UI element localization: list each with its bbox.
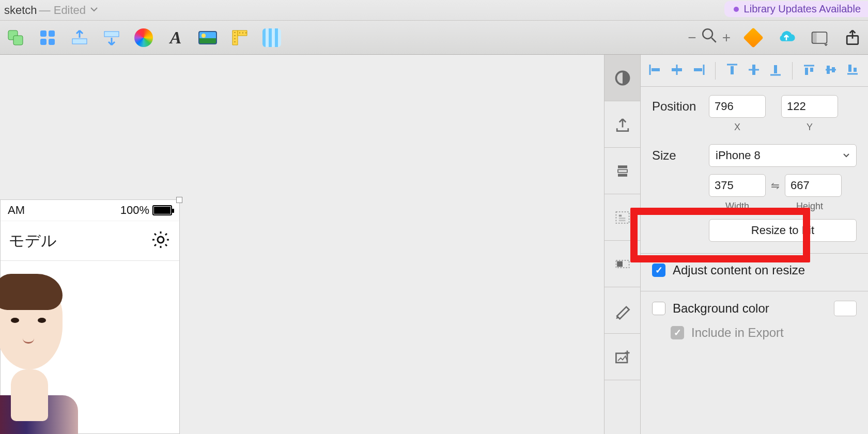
- main-toolbar: A − +: [0, 21, 868, 55]
- include-in-export-checkbox[interactable]: [671, 326, 684, 339]
- align-left-icon[interactable]: [648, 63, 662, 79]
- mock-status-bar: AM 100%: [1, 200, 179, 221]
- svg-rect-25: [672, 68, 682, 71]
- svg-rect-3: [49, 30, 55, 37]
- chevron-down-icon: [843, 149, 850, 162]
- size-section: Size iPhone 8 ⇋ WidthHeight Resize to Fi…: [641, 136, 868, 249]
- color-picker-icon[interactable]: [133, 27, 154, 48]
- document-edited-indicator: — Edited: [39, 4, 86, 17]
- svg-rect-20: [618, 220, 625, 221]
- size-label: Size: [652, 148, 709, 163]
- svg-rect-31: [810, 68, 813, 72]
- y-sublabel: Y: [781, 122, 838, 133]
- mock-nav-bar: モデル: [1, 221, 179, 261]
- include-in-export-label: Include in Export: [691, 326, 784, 340]
- x-sublabel: X: [709, 122, 766, 133]
- svg-rect-24: [652, 68, 660, 71]
- svg-rect-26: [694, 68, 702, 71]
- svg-rect-29: [774, 65, 777, 73]
- battery-icon: [152, 205, 172, 215]
- svg-rect-5: [49, 39, 55, 45]
- svg-rect-1: [13, 36, 23, 45]
- svg-rect-15: [618, 174, 627, 176]
- position-y-field[interactable]: [781, 95, 838, 118]
- background-color-swatch[interactable]: [834, 301, 857, 316]
- resize-to-fit-button[interactable]: Resize to Fit: [709, 219, 857, 242]
- svg-rect-35: [854, 68, 857, 72]
- size-preset-value: iPhone 8: [716, 149, 761, 162]
- position-section: Position XY: [641, 87, 868, 136]
- symbols-icon[interactable]: [37, 27, 58, 48]
- text-tool-icon[interactable]: A: [165, 27, 186, 48]
- adjust-content-checkbox[interactable]: [652, 264, 665, 277]
- tab-prototype[interactable]: [605, 148, 640, 194]
- svg-rect-30: [805, 68, 808, 75]
- move-forward-icon[interactable]: [69, 27, 90, 48]
- tab-slice[interactable]: [605, 241, 640, 287]
- distribute-bottom-icon[interactable]: [845, 63, 860, 79]
- distribute-top-icon[interactable]: [802, 63, 816, 79]
- library-updates-label: Library Updates Available: [744, 3, 861, 15]
- tab-export[interactable]: [605, 101, 640, 148]
- mock-nav-title: モデル: [9, 230, 57, 252]
- sketch-diamond-icon[interactable]: [743, 27, 764, 48]
- lock-aspect-icon[interactable]: ⇋: [771, 179, 780, 192]
- height-field[interactable]: [785, 174, 842, 197]
- align-hcenter-icon[interactable]: [670, 63, 684, 79]
- distribute-vcenter-icon[interactable]: [824, 63, 838, 79]
- move-backward-icon[interactable]: [101, 27, 122, 48]
- tab-appearance[interactable]: [605, 287, 640, 334]
- svg-rect-4: [40, 39, 47, 45]
- svg-rect-23: [616, 353, 627, 362]
- magnifier-icon[interactable]: [701, 27, 718, 48]
- width-field[interactable]: [709, 174, 766, 197]
- library-updates-badge[interactable]: Library Updates Available: [724, 1, 868, 17]
- canvas-area[interactable]: AM 100% モデル: [0, 55, 605, 434]
- artboard[interactable]: AM 100% モデル: [0, 199, 180, 434]
- height-sublabel: Height: [781, 201, 838, 212]
- align-right-icon[interactable]: [691, 63, 706, 79]
- mock-photo: [1, 282, 78, 411]
- svg-rect-28: [752, 65, 755, 75]
- adjust-content-label: Adjust content on resize: [673, 263, 805, 277]
- zoom-out-button[interactable]: −: [688, 29, 696, 46]
- gear-icon[interactable]: [150, 229, 171, 252]
- align-top-icon[interactable]: [725, 63, 739, 79]
- image-tool-icon[interactable]: [197, 27, 218, 48]
- position-label: Position: [652, 99, 709, 114]
- window-titlebar: sketch — Edited Library Updates Availabl…: [0, 0, 868, 21]
- status-time: AM: [8, 204, 25, 217]
- include-in-export-row: Include in Export: [641, 326, 868, 349]
- inspector-tabs: [605, 55, 641, 434]
- background-color-label: Background color: [673, 301, 769, 316]
- document-name: sketch: [4, 4, 37, 17]
- align-bottom-icon[interactable]: [768, 63, 783, 79]
- battery-percent: 100%: [120, 204, 149, 217]
- svg-rect-18: [618, 214, 621, 216]
- tab-layout[interactable]: [605, 194, 640, 241]
- tab-design[interactable]: [605, 55, 640, 101]
- position-x-field[interactable]: [709, 95, 766, 118]
- svg-point-8: [703, 29, 712, 39]
- svg-rect-21: [617, 261, 623, 267]
- align-vcenter-icon[interactable]: [747, 63, 761, 79]
- ruler-icon[interactable]: [229, 27, 250, 48]
- background-color-row: Background color: [641, 291, 868, 326]
- panel-toggle-icon[interactable]: [809, 27, 830, 48]
- size-preset-dropdown[interactable]: iPhone 8: [709, 144, 857, 167]
- svg-rect-2: [40, 30, 47, 37]
- zoom-in-button[interactable]: +: [722, 29, 731, 46]
- background-color-checkbox[interactable]: [652, 302, 665, 315]
- chevron-down-icon[interactable]: [90, 5, 98, 16]
- svg-rect-7: [104, 32, 119, 37]
- share-icon[interactable]: [842, 27, 863, 48]
- inspector-panel: Position XY Size iPhone 8 ⇋ Width: [641, 55, 868, 434]
- svg-rect-19: [618, 218, 625, 219]
- svg-rect-10: [812, 32, 817, 43]
- grid-icon[interactable]: [261, 27, 282, 48]
- zoom-controls: − +: [688, 27, 731, 48]
- boolean-union-icon[interactable]: [5, 27, 26, 48]
- cloud-sync-icon[interactable]: [776, 27, 797, 48]
- svg-rect-32: [827, 66, 830, 74]
- tab-add-image[interactable]: [605, 334, 640, 380]
